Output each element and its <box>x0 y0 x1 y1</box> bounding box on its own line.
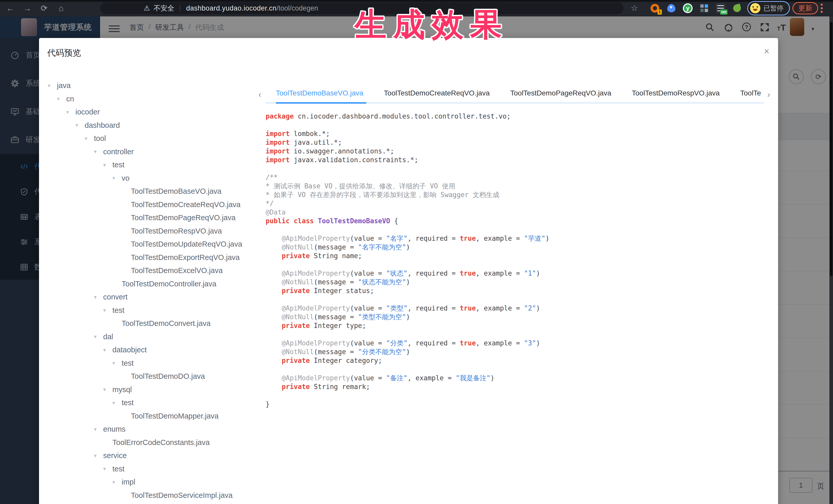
reload-icon[interactable]: ⟳ <box>39 3 50 14</box>
tree-folder-node[interactable]: ▾convert <box>47 290 260 304</box>
tree-folder-node[interactable]: ▾enums <box>47 423 260 436</box>
tree-folder-node[interactable]: ▾cn <box>47 92 260 106</box>
caret-down-icon[interactable]: ▾ <box>84 136 94 142</box>
bookmark-star-icon[interactable]: ☆ <box>631 3 638 13</box>
tree-folder-node[interactable]: ▾impl <box>47 476 260 489</box>
tab-2[interactable]: ToolTestDemoPageReqVO.java <box>510 86 611 104</box>
extensions-row: 1on <box>647 1 762 15</box>
caret-down-icon[interactable]: ▾ <box>111 360 122 366</box>
url-path: /tool/codegen <box>277 4 318 12</box>
browser-update-button[interactable]: 更新 <box>792 2 818 15</box>
tree-folder-node[interactable]: ▾controller <box>47 145 260 159</box>
caret-down-icon[interactable]: ▾ <box>93 426 103 432</box>
tree-folder-node[interactable]: ▾dashboard <box>47 119 260 132</box>
browser-menu-icon[interactable] <box>821 4 823 6</box>
tree-folder-node[interactable]: ▾java <box>47 79 260 92</box>
extension-circle-icon[interactable]: 1 <box>650 3 660 13</box>
tab-4[interactable]: ToolTe <box>740 86 761 104</box>
tabs-next-icon[interactable]: › <box>767 89 770 99</box>
caret-down-icon[interactable]: ▾ <box>93 294 103 300</box>
warning-icon[interactable]: ⚠ <box>144 4 150 12</box>
tree-folder-node[interactable]: ▾service <box>47 449 260 462</box>
tree-folder-node[interactable]: ▾vo <box>47 172 260 185</box>
tree-node-label: dataobject <box>112 346 147 354</box>
tree-file-node[interactable]: ▾ToolTestDemoServiceImpl.java <box>47 489 260 502</box>
code-line <box>266 391 768 400</box>
tabs-prev-icon[interactable]: ‹ <box>258 89 261 99</box>
tree-folder-node[interactable]: ▾test <box>47 462 260 476</box>
tree-node-label: ToolTestDemoBaseVO.java <box>131 187 221 195</box>
caret-down-icon[interactable]: ▾ <box>111 400 122 406</box>
tree-folder-node[interactable]: ▾iocoder <box>47 105 260 119</box>
tree-file-node[interactable]: ▾ToolTestDemoConvert.java <box>47 317 260 330</box>
extension-leaf-icon[interactable] <box>732 3 742 13</box>
caret-down-icon[interactable]: ▾ <box>56 96 66 102</box>
extension-switch-icon[interactable]: on <box>716 3 725 13</box>
profile-chip[interactable]: 已暂停 <box>747 1 790 16</box>
tree-folder-node[interactable]: ▾test <box>47 396 260 410</box>
tree-node-label: tool <box>94 134 106 143</box>
code-line: @NotNull(message = "类型不能为空") <box>266 313 768 321</box>
tree-file-node[interactable]: ▾ToolTestDemoMapper.java <box>47 410 260 423</box>
caret-down-icon[interactable]: ▾ <box>102 307 112 313</box>
tree-file-node[interactable]: ▾ToolTestDemoUpdateReqVO.java <box>47 238 260 251</box>
tree-file-node[interactable]: ▾ToolTestDemoRespVO.java <box>47 224 260 238</box>
caret-down-icon[interactable]: ▾ <box>93 334 103 340</box>
page-scrollbar[interactable] <box>829 17 833 504</box>
tree-file-node[interactable]: ▾ToolTestDemoExportReqVO.java <box>47 251 260 264</box>
caret-down-icon[interactable]: ▾ <box>93 149 103 155</box>
code-line: @ApiModelProperty(value = "类型", required… <box>266 304 768 313</box>
forward-icon[interactable]: → <box>22 3 33 14</box>
caret-down-icon[interactable]: ▾ <box>47 82 57 89</box>
tree-node-label: ToolTestDemoRespVO.java <box>131 227 222 235</box>
tree-file-node[interactable]: ▾ToolTestDemoDO.java <box>47 370 260 383</box>
tab-1[interactable]: ToolTestDemoCreateReqVO.java <box>384 86 490 104</box>
tree-folder-node[interactable]: ▾dal <box>47 330 260 344</box>
caret-down-icon[interactable]: ▾ <box>102 162 112 168</box>
caret-down-icon[interactable]: ▾ <box>102 347 112 353</box>
caret-down-icon[interactable]: ▾ <box>65 109 75 115</box>
tab-3[interactable]: ToolTestDemoRespVO.java <box>632 86 719 104</box>
security-label[interactable]: 不安全 <box>153 4 174 13</box>
caret-down-icon[interactable]: ▾ <box>111 479 122 485</box>
tree-folder-node[interactable]: ▾test <box>47 304 260 317</box>
tree-node-label: cn <box>66 95 74 103</box>
code-line: import lombok.*; <box>266 129 768 138</box>
tree-folder-node[interactable]: ▾test <box>47 158 260 172</box>
tree-node-label: vo <box>122 174 129 183</box>
code-line: package cn.iocoder.dashboard.modules.too… <box>266 112 768 121</box>
caret-down-icon[interactable]: ▾ <box>102 386 112 393</box>
tree-node-label: test <box>112 465 124 473</box>
tree-node-label: ToolTestDemoController.java <box>122 280 216 288</box>
tree-file-node[interactable]: ▾ToolErrorCodeConstants.java <box>47 436 260 449</box>
extension-y-icon[interactable] <box>683 3 693 13</box>
tree-file-node[interactable]: ▾ToolTestDemoExcelVO.java <box>47 264 260 278</box>
tree-file-node[interactable]: ▾ToolTestDemoBaseVO.java <box>47 185 260 198</box>
caret-down-icon[interactable]: ▾ <box>111 175 122 181</box>
close-icon[interactable]: × <box>764 47 769 56</box>
tree-node-label: ToolTestDemoServiceImpl.java <box>131 491 233 500</box>
tree-file-node[interactable]: ▾ToolTestDemoPageReqVO.java <box>47 211 260 224</box>
caret-down-icon[interactable]: ▾ <box>93 453 103 459</box>
extension-pin-icon[interactable] <box>666 3 676 13</box>
caret-down-icon[interactable]: ▾ <box>102 466 112 472</box>
code-line: */ <box>266 199 768 208</box>
home-icon[interactable]: ⌂ <box>55 3 67 14</box>
code-tabs-bar: ‹ ToolTestDemoBaseVO.javaToolTestDemoCre… <box>258 86 771 104</box>
tree-folder-node[interactable]: ▾test <box>47 357 260 370</box>
tree-file-node[interactable]: ▾ToolTestDemoController.java <box>47 278 260 291</box>
code-line <box>266 295 768 304</box>
code-line: @ApiModelProperty(value = "分类", required… <box>266 339 768 347</box>
back-icon[interactable]: ← <box>5 3 16 14</box>
divider <box>180 5 181 11</box>
caret-down-icon[interactable]: ▾ <box>74 122 85 128</box>
tree-node-label: test <box>122 359 134 367</box>
tree-folder-node[interactable]: ▾dataobject <box>47 343 260 357</box>
tree-file-node[interactable]: ▾ToolTestDemoCreateReqVO.java <box>47 198 260 212</box>
extension-grid-icon[interactable] <box>699 3 709 13</box>
tree-node-label: ToolTestDemoConvert.java <box>122 319 211 328</box>
scrollbar-thumb[interactable] <box>830 22 832 276</box>
tree-folder-node[interactable]: ▾tool <box>47 132 260 145</box>
tab-0[interactable]: ToolTestDemoBaseVO.java <box>276 86 363 104</box>
tree-folder-node[interactable]: ▾mysql <box>47 383 260 397</box>
